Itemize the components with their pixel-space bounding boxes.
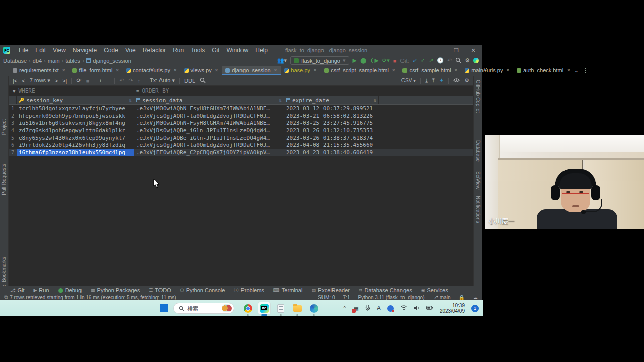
cell-expire-date[interactable]: 2023-03-12 00:37:29.899521 — [284, 105, 379, 112]
cell-session-key[interactable]: e8ny65ys2wf430kzx0x6tep99uynykl7 — [17, 134, 134, 142]
cell-session-key[interactable]: i9rrtdok2s2o0tp4i26vhh3jy83fzdiq — [17, 141, 134, 149]
tool-button-project[interactable]: Project — [1, 119, 7, 135]
microphone-icon[interactable] — [365, 305, 370, 312]
search-input[interactable]: 検索 — [173, 303, 234, 314]
tool-button-python-console[interactable]: ⬡Python Console — [180, 287, 225, 293]
grid-settings-gear-icon[interactable]: ⚙ — [464, 77, 469, 84]
cell-session-data[interactable]: .eJxVjM0OwiAQhN-FsyH8tGHXm74IWWAbiA1NBE… — [134, 105, 284, 112]
tx-mode-dropdown[interactable]: Tx: Auto ▾ — [150, 77, 175, 84]
close-tab-icon[interactable]: ✕ — [454, 68, 458, 73]
menu-navigate[interactable]: Navigate — [69, 47, 100, 54]
sort-toggle-icon[interactable]: ⇅ — [129, 98, 132, 103]
undo-icon[interactable]: ↶ — [447, 57, 452, 64]
cell-expire-date[interactable]: 2023-03-26 01:38:37.618374 — [284, 134, 379, 142]
run-button[interactable]: ▶ — [353, 57, 357, 64]
tray-app-icon[interactable]: ▦ — [354, 305, 359, 312]
taskbar-clock[interactable]: 10:39 2023/04/09 — [440, 303, 465, 314]
tool-button-excelreader[interactable]: ▤ExcelReader — [311, 287, 350, 293]
cell-session-key[interactable]: iu516v1br6g0lsukvsxnj8kgyx8mf4ng — [17, 119, 134, 127]
cell-session-data[interactable]: .eJxVjcsOgjAQRf-la0OmLdgZdvojTR9DaCTF0J… — [134, 112, 284, 120]
taskbar-edge-icon[interactable] — [308, 302, 320, 314]
close-tab-icon[interactable]: ✕ — [313, 68, 317, 73]
more-options-icon[interactable]: ⋮ — [583, 67, 588, 74]
volume-icon[interactable] — [414, 305, 420, 312]
show-hidden-tabs-icon[interactable]: ⌄ — [574, 67, 579, 74]
revert-button[interactable]: ↷ — [128, 77, 133, 84]
cell-session-data[interactable]: .eJxVjEEOwiAQRe_C2pCBQgGX7j0DYZipVA0kpV… — [134, 149, 284, 156]
sort-toggle-icon[interactable]: ⇅ — [374, 98, 376, 103]
cell-expire-date[interactable]: 2023-03-21 06:58:02.813226 — [284, 112, 379, 120]
close-tab-icon[interactable]: ✕ — [173, 68, 177, 73]
tray-blue-app-icon[interactable] — [387, 305, 394, 312]
interpreter-selector[interactable]: Python 3.11 (flask_to_django) — [358, 295, 424, 300]
menu-view[interactable]: View — [49, 47, 69, 54]
tool-button-todo[interactable]: ☰TODO — [149, 287, 171, 293]
restore-button[interactable]: ❐ — [448, 47, 465, 54]
menu-vue[interactable]: Vue — [122, 47, 139, 54]
prev-page-button[interactable]: < — [22, 78, 25, 84]
tool-button-problems[interactable]: ⓘProblems — [234, 287, 264, 293]
taskbar-notepad-icon[interactable] — [275, 302, 287, 314]
search-everywhere-icon[interactable] — [455, 57, 461, 64]
modify-magic-icon[interactable]: ✦ — [439, 77, 444, 84]
stop-button[interactable]: ■ — [393, 58, 397, 64]
add-row-button[interactable]: + — [99, 78, 102, 84]
git-commit-button[interactable]: ✓ — [421, 57, 425, 64]
export-download-icon[interactable]: ⤓ — [425, 77, 428, 84]
tool-button-debug[interactable]: ⬤Debug — [58, 287, 82, 293]
ai-plugin-icon[interactable] — [473, 58, 479, 63]
cell-session-key[interactable]: zd7rq6skd1poh6epgwylttn6daklplkr — [17, 127, 134, 134]
tool-button-git[interactable]: ⎇Git — [10, 287, 24, 293]
column-header-expire-date[interactable]: expire_date ⇅ — [284, 96, 379, 104]
where-filter-field[interactable]: ▼ WHERE — [9, 87, 133, 94]
first-page-button[interactable]: |< — [13, 78, 17, 84]
table-row[interactable]: 3 iu516v1br6g0lsukvsxnj8kgyx8mf4ng .eJxV… — [9, 119, 473, 127]
menu-code[interactable]: Code — [100, 47, 122, 54]
history-icon[interactable]: 🕓 — [437, 57, 444, 64]
close-tab-icon[interactable]: ✕ — [392, 68, 396, 73]
cell-session-key-selected[interactable]: i6thma6fp3nzsoz38h1euhx550mc4lpq — [17, 149, 134, 156]
tool-button-sciview[interactable]: SciView — [475, 171, 481, 189]
minimize-button[interactable]: — — [431, 47, 448, 54]
start-button[interactable] — [160, 304, 168, 312]
cell-session-data[interactable]: .eJxVjcsOgjAQRf-la0OmLdgZdvojTR9DaCTF0J… — [134, 141, 284, 149]
stop-query-button[interactable]: ■ — [86, 78, 90, 84]
tool-button-pull-requests[interactable]: Pull Requests — [1, 164, 7, 195]
breadcrumb-db4[interactable]: db4 — [33, 58, 42, 64]
tab-base-py[interactable]: base.py✕ — [281, 66, 320, 75]
tool-button-database-changes[interactable]: ≋Database Changes — [359, 287, 412, 293]
tab-django-session[interactable]: django_session✕ — [222, 66, 281, 75]
close-tab-icon[interactable]: ✕ — [274, 68, 278, 73]
menu-git[interactable]: Git — [208, 47, 223, 54]
breadcrumb-django-session[interactable]: django_session — [93, 58, 131, 64]
tab-views-py[interactable]: views.py✕ — [181, 66, 222, 75]
sort-toggle-icon[interactable]: ⇅ — [279, 98, 282, 103]
close-tab-icon[interactable]: ✕ — [115, 68, 119, 73]
cloud-sync-icon[interactable]: ☁ — [473, 295, 478, 300]
cell-expire-date[interactable]: 2023-04-23 01:38:40.606419 — [284, 149, 379, 156]
lock-icon[interactable]: 🔒 — [459, 295, 465, 300]
notification-count-badge[interactable]: 1 — [471, 305, 479, 312]
table-row[interactable]: 4 zd7rq6skd1poh6epgwylttn6daklplkr .eJxV… — [9, 127, 473, 134]
table-row[interactable]: 1 tcrlhh584goixxgnzvlayfcju7yrbyee .eJxV… — [9, 105, 473, 112]
breadcrumb-tables[interactable]: tables — [65, 58, 80, 64]
tab-contact-urls-py[interactable]: contact¥urls.py✕ — [123, 66, 181, 75]
debug-button[interactable]: ⬤̣ — [360, 57, 366, 64]
close-tab-icon[interactable]: ✕ — [506, 68, 510, 73]
cell-session-key[interactable]: hfepcxrk09ebh9yp7bnhpoi6jwsoiskk — [17, 112, 134, 120]
menu-edit[interactable]: Edit — [32, 47, 49, 54]
breadcrumb-main[interactable]: main — [48, 58, 60, 64]
tab-auth-check-html[interactable]: auth_check.html✕ — [513, 66, 574, 75]
close-tab-icon[interactable]: ✕ — [215, 68, 219, 73]
tool-button-database[interactable]: Database — [475, 140, 481, 162]
wifi-icon[interactable] — [400, 305, 407, 311]
tool-button-run[interactable]: ▶Run — [33, 287, 49, 293]
tool-button-python-packages[interactable]: ▦Python Packages — [91, 287, 140, 293]
battery-icon[interactable] — [426, 305, 433, 311]
close-tab-icon[interactable]: ✕ — [62, 68, 66, 73]
next-page-button[interactable]: > — [55, 78, 58, 84]
tool-button-notifications[interactable]: Notifications — [475, 196, 481, 223]
last-page-button[interactable]: >| — [62, 78, 67, 84]
menu-file[interactable]: File — [15, 47, 32, 54]
import-upload-icon[interactable]: ⤒ — [432, 77, 435, 84]
